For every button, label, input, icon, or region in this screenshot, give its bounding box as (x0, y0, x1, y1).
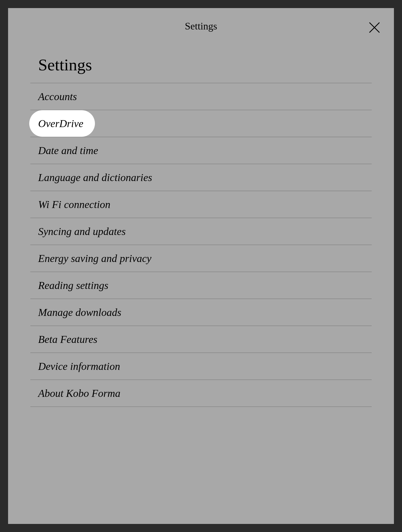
settings-item-sync[interactable]: Syncing and updates (30, 218, 372, 245)
settings-list: Accounts OverDrive Date and time Languag… (30, 83, 372, 407)
header: Settings (8, 8, 394, 44)
settings-item-about[interactable]: About Kobo Forma (30, 380, 372, 407)
settings-item-label: Energy saving and privacy (30, 245, 161, 272)
settings-item-beta[interactable]: Beta Features (30, 326, 372, 353)
settings-item-label: About Kobo Forma (30, 380, 130, 407)
settings-item-date-time[interactable]: Date and time (30, 137, 372, 164)
settings-item-overdrive[interactable]: OverDrive (30, 110, 372, 137)
settings-item-wifi[interactable]: Wi Fi connection (30, 191, 372, 218)
content: Settings Accounts OverDrive Date and tim… (8, 44, 394, 407)
page-title: Settings (30, 44, 372, 83)
settings-item-accounts[interactable]: Accounts (30, 83, 372, 110)
settings-item-label: Date and time (30, 137, 107, 164)
settings-item-device-info[interactable]: Device information (30, 353, 372, 380)
settings-item-label: Manage downloads (30, 299, 131, 326)
close-button[interactable] (368, 21, 381, 34)
settings-item-label: Language and dictionaries (30, 164, 162, 191)
settings-item-energy[interactable]: Energy saving and privacy (30, 245, 372, 272)
settings-item-label: Reading settings (30, 272, 118, 299)
settings-item-label: Device information (30, 353, 129, 380)
settings-item-label: OverDrive (29, 110, 95, 137)
settings-item-label: Wi Fi connection (30, 191, 120, 218)
header-title: Settings (185, 20, 217, 32)
settings-item-language[interactable]: Language and dictionaries (30, 164, 372, 191)
close-icon (368, 21, 381, 34)
settings-item-label: Accounts (30, 83, 86, 110)
settings-item-label: Beta Features (30, 326, 107, 353)
settings-item-downloads[interactable]: Manage downloads (30, 299, 372, 326)
settings-item-label: Syncing and updates (30, 218, 135, 245)
settings-screen: Settings Settings Accounts OverDrive Dat… (8, 8, 394, 524)
settings-item-reading[interactable]: Reading settings (30, 272, 372, 299)
